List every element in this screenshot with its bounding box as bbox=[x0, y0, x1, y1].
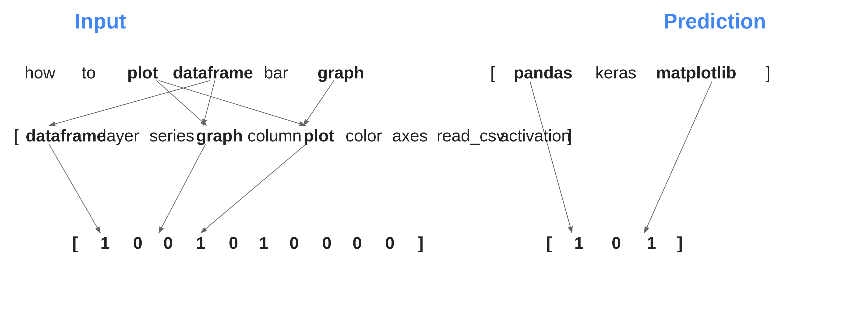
svg-line-4 bbox=[203, 81, 215, 126]
word-bar: bar bbox=[264, 63, 288, 82]
pred-bracket-open: [ bbox=[490, 63, 495, 82]
vocab-graph: graph bbox=[196, 126, 243, 145]
output-1c: 1 bbox=[259, 234, 269, 252]
output-1a: 1 bbox=[100, 234, 110, 252]
word-graph: graph bbox=[317, 63, 364, 82]
svg-line-5 bbox=[304, 81, 334, 126]
output-bracket-open: [ bbox=[72, 234, 78, 252]
pred-bracket-close: ] bbox=[766, 63, 770, 82]
pred-out-1b: 1 bbox=[647, 234, 656, 252]
prediction-title: Prediction bbox=[663, 9, 766, 33]
vocab-dataframe: dataframe bbox=[26, 126, 106, 145]
pred-out-0: 0 bbox=[612, 234, 621, 252]
svg-line-1 bbox=[156, 81, 207, 126]
output-0g: 0 bbox=[385, 234, 395, 252]
vocab-bracket-close: ] bbox=[567, 126, 572, 145]
vocab-plot: plot bbox=[304, 126, 334, 145]
vocab-read-csv: read_csv bbox=[437, 126, 505, 145]
word-dataframe: dataframe bbox=[173, 63, 253, 82]
input-title: Input bbox=[75, 9, 126, 33]
pred-matplotlib: matplotlib bbox=[656, 63, 736, 82]
output-0c: 0 bbox=[229, 234, 238, 252]
output-1b: 1 bbox=[196, 234, 206, 252]
pred-keras: keras bbox=[595, 63, 637, 82]
svg-line-9 bbox=[530, 81, 572, 233]
word-to: to bbox=[82, 63, 96, 82]
pred-pandas: pandas bbox=[514, 63, 572, 82]
pred-out-1a: 1 bbox=[574, 234, 584, 252]
word-plot: plot bbox=[127, 63, 158, 82]
vocab-series: series bbox=[149, 126, 194, 145]
vocab-layer: layer bbox=[103, 126, 139, 145]
svg-line-2 bbox=[159, 81, 306, 126]
output-0a: 0 bbox=[133, 234, 143, 252]
pred-out-bracket-open: [ bbox=[546, 234, 552, 252]
vocab-bracket-open: [ bbox=[14, 126, 19, 145]
output-0b: 0 bbox=[163, 234, 173, 252]
pred-out-bracket-close: ] bbox=[677, 234, 683, 252]
svg-line-8 bbox=[201, 144, 306, 233]
svg-line-7 bbox=[159, 144, 206, 233]
svg-line-6 bbox=[49, 144, 100, 233]
output-0d: 0 bbox=[289, 234, 299, 252]
vocab-column: column bbox=[247, 126, 302, 145]
vocab-color: color bbox=[345, 126, 382, 145]
output-0f: 0 bbox=[352, 234, 362, 252]
svg-line-3 bbox=[49, 81, 210, 126]
vocab-axes: axes bbox=[392, 126, 428, 145]
word-how: how bbox=[25, 63, 55, 82]
arrows-svg bbox=[0, 0, 868, 331]
svg-line-10 bbox=[644, 81, 712, 233]
vocab-activation: activation bbox=[500, 126, 570, 145]
output-0e: 0 bbox=[322, 234, 332, 252]
output-bracket-close: ] bbox=[418, 234, 424, 252]
